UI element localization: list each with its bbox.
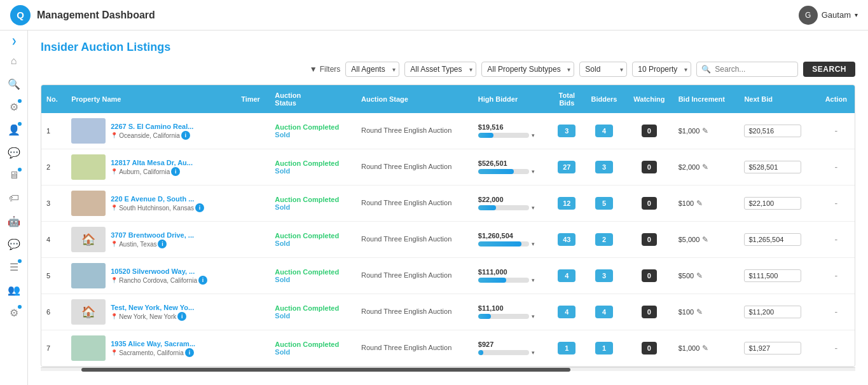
cell-auction-stage: Round Three English Auction [356,294,473,330]
edit-icon[interactable]: ✎ [702,235,708,244]
sidebar-item-monitor[interactable]: 🖥 [4,165,24,186]
high-bid-amount: $927 [478,341,546,348]
info-badge[interactable]: i [185,348,194,357]
cell-watching: 0 [625,294,673,330]
info-badge[interactable]: i [198,276,207,285]
cell-bid-increment: $1,000 ✎ [673,330,740,367]
property-name-link[interactable]: 3707 Brentwood Drive, ... [111,231,194,240]
property-count-select[interactable]: 10 Property 25 Property 50 Property [632,62,691,77]
cell-watching: 0 [625,258,673,294]
sidebar-item-robot[interactable]: 🤖 [4,211,24,231]
property-name-link[interactable]: Test, New York, New Yo... [111,303,194,312]
search-button[interactable]: SEARCH [803,62,855,77]
property-location: 📍 Oceanside, California i [111,131,193,140]
horizontal-scrollbar[interactable] [41,367,855,371]
bid-increment-value: $2,000 [679,163,700,171]
cell-auction-status: Auction Completed Sold [270,222,356,258]
sold-status-label: Sold [275,240,290,247]
sidebar-item-search[interactable]: 🔍 [4,74,24,94]
search-input[interactable] [696,62,798,77]
status-select[interactable]: Sold Active Pending [579,62,627,77]
property-location: 📍 Auburn, California i [111,167,193,176]
next-bid-input[interactable] [744,269,801,282]
info-badge[interactable]: i [177,312,186,321]
cell-action: - [818,222,855,258]
cell-high-bidder: $22,000 ▾ [473,186,551,222]
col-bid-increment: Bid Increment [673,85,740,113]
property-location: 📍 Sacramento, California i [111,348,195,357]
sidebar-item-list[interactable]: ☰ [4,257,24,277]
asset-types-select[interactable]: All Asset Types [404,62,476,77]
watching-badge: 0 [642,125,657,137]
sidebar-item-cog[interactable]: ⚙ [4,302,24,323]
agents-select[interactable]: All Agents [345,62,399,77]
property-name-link[interactable]: 10520 Silverwood Way, ... [111,267,207,276]
cell-watching: 0 [625,113,673,149]
cell-watching: 0 [625,149,673,186]
info-badge[interactable]: i [158,240,167,248]
edit-icon[interactable]: ✎ [702,344,708,353]
sidebar-item-people[interactable]: 👥 [4,280,24,300]
bid-bar-chevron-icon: ▾ [532,277,535,283]
auction-stage-label: Round Three English Auction [361,271,451,279]
edit-icon[interactable]: ✎ [696,199,703,208]
cog-small-icon: ⚙ [10,307,18,319]
info-badge[interactable]: i [171,167,180,176]
property-name-link[interactable]: 220 E Avenue D, South ... [111,194,204,203]
property-subtypes-select[interactable]: All Property Subtypes [481,62,574,77]
property-name-link[interactable]: 2267 S. El Camino Real... [111,122,193,131]
info-badge[interactable]: i [181,131,190,140]
property-name-link[interactable]: 1935 Alice Way, Sacram... [111,339,195,348]
next-bid-input[interactable] [744,342,801,355]
next-bid-input[interactable] [744,197,801,210]
edit-icon[interactable]: ✎ [702,126,708,135]
sidebar-item-speech[interactable]: 💬 [4,234,24,254]
cell-timer [236,294,270,330]
sidebar-item-users[interactable]: 👤 [4,119,24,140]
total-bids-badge: 12 [558,197,575,210]
property-location: 📍 Austin, Texas i [111,240,194,248]
auction-stage-label: Round Three English Auction [361,163,451,170]
cell-high-bidder: $1,260,504 ▾ [473,222,551,258]
bid-increment-value: $500 [679,272,694,280]
cell-auction-stage: Round Three English Auction [356,149,473,186]
app-logo[interactable]: Q [10,5,31,25]
cell-watching: 0 [625,186,673,222]
monitor-icon: 🖥 [9,170,19,181]
edit-icon[interactable]: ✎ [702,163,708,172]
robot-icon: 🤖 [8,215,20,227]
next-bid-input[interactable] [744,125,801,137]
col-high-bidder: High Bidder [473,85,551,113]
edit-icon[interactable]: ✎ [696,271,703,280]
location-pin-icon: 📍 [111,132,118,138]
auction-status-label: Auction Completed [275,159,339,167]
next-bid-input[interactable] [744,161,801,173]
sidebar-item-tag[interactable]: 🏷 [4,188,24,208]
watching-badge: 0 [642,197,657,210]
cell-next-bid [739,222,817,258]
chat-icon: 💬 [8,147,20,159]
auction-stage-label: Round Three English Auction [361,344,451,351]
sidebar-item-home[interactable]: ⌂ [4,51,24,71]
sidebar-chevron[interactable]: ❯ [9,36,19,46]
info-badge[interactable]: i [195,203,204,212]
high-bid-amount: $19,516 [478,123,546,131]
next-bid-input[interactable] [744,233,801,246]
sidebar-item-chat[interactable]: 💬 [4,142,24,163]
property-name-link[interactable]: 12817 Alta Mesa Dr, Au... [111,158,193,167]
next-bid-input[interactable] [744,306,801,318]
location-pin-icon: 📍 [111,277,118,283]
table-row: 5 10520 Silverwood Way, ... 📍 Rancho Cor… [41,258,855,294]
edit-icon[interactable]: ✎ [696,307,703,316]
sidebar-item-settings[interactable]: ⚙ [4,97,24,117]
page-title: Insider Auction Listings [41,41,855,54]
search-input-icon: 🔍 [701,65,711,74]
table-row: 3 220 E Avenue D, South ... 📍 South Hutc… [41,186,855,222]
home-icon: ⌂ [11,55,17,67]
auction-status-label: Auction Completed [275,123,339,131]
cell-timer [236,330,270,367]
watching-badge: 0 [642,161,657,173]
cell-timer [236,113,270,149]
bid-bar-chevron-icon: ▾ [532,205,535,211]
user-menu[interactable]: G Gautam ▾ [799,6,858,25]
